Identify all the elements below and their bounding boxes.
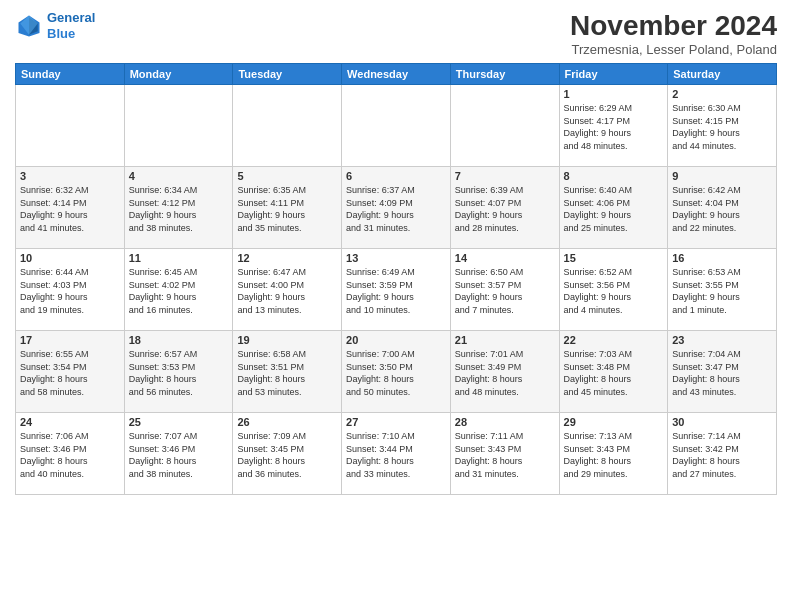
day-cell: 20Sunrise: 7:00 AM Sunset: 3:50 PM Dayli… [342,331,451,413]
day-number: 5 [237,170,337,182]
day-cell [124,85,233,167]
day-number: 28 [455,416,555,428]
day-cell [16,85,125,167]
header-cell-friday: Friday [559,64,668,85]
day-number: 11 [129,252,229,264]
day-info: Sunrise: 6:35 AM Sunset: 4:11 PM Dayligh… [237,184,337,234]
day-cell: 11Sunrise: 6:45 AM Sunset: 4:02 PM Dayli… [124,249,233,331]
day-cell: 25Sunrise: 7:07 AM Sunset: 3:46 PM Dayli… [124,413,233,495]
day-number: 10 [20,252,120,264]
day-number: 24 [20,416,120,428]
day-info: Sunrise: 7:14 AM Sunset: 3:42 PM Dayligh… [672,430,772,480]
day-number: 22 [564,334,664,346]
day-number: 29 [564,416,664,428]
day-info: Sunrise: 6:45 AM Sunset: 4:02 PM Dayligh… [129,266,229,316]
day-info: Sunrise: 7:06 AM Sunset: 3:46 PM Dayligh… [20,430,120,480]
page: General Blue November 2024 Trzemesnia, L… [0,0,792,612]
day-number: 26 [237,416,337,428]
week-row-5: 24Sunrise: 7:06 AM Sunset: 3:46 PM Dayli… [16,413,777,495]
day-info: Sunrise: 6:29 AM Sunset: 4:17 PM Dayligh… [564,102,664,152]
calendar-table: SundayMondayTuesdayWednesdayThursdayFrid… [15,63,777,495]
day-info: Sunrise: 7:03 AM Sunset: 3:48 PM Dayligh… [564,348,664,398]
day-info: Sunrise: 6:30 AM Sunset: 4:15 PM Dayligh… [672,102,772,152]
day-cell: 27Sunrise: 7:10 AM Sunset: 3:44 PM Dayli… [342,413,451,495]
day-number: 18 [129,334,229,346]
day-info: Sunrise: 6:40 AM Sunset: 4:06 PM Dayligh… [564,184,664,234]
day-number: 9 [672,170,772,182]
day-cell: 21Sunrise: 7:01 AM Sunset: 3:49 PM Dayli… [450,331,559,413]
day-number: 12 [237,252,337,264]
day-info: Sunrise: 6:42 AM Sunset: 4:04 PM Dayligh… [672,184,772,234]
day-number: 13 [346,252,446,264]
day-cell: 28Sunrise: 7:11 AM Sunset: 3:43 PM Dayli… [450,413,559,495]
header-cell-thursday: Thursday [450,64,559,85]
week-row-4: 17Sunrise: 6:55 AM Sunset: 3:54 PM Dayli… [16,331,777,413]
header-cell-monday: Monday [124,64,233,85]
day-info: Sunrise: 6:52 AM Sunset: 3:56 PM Dayligh… [564,266,664,316]
day-cell: 2Sunrise: 6:30 AM Sunset: 4:15 PM Daylig… [668,85,777,167]
day-info: Sunrise: 7:01 AM Sunset: 3:49 PM Dayligh… [455,348,555,398]
day-cell: 30Sunrise: 7:14 AM Sunset: 3:42 PM Dayli… [668,413,777,495]
day-number: 21 [455,334,555,346]
day-cell [450,85,559,167]
day-number: 20 [346,334,446,346]
day-number: 15 [564,252,664,264]
month-title: November 2024 [570,10,777,42]
day-number: 25 [129,416,229,428]
day-number: 27 [346,416,446,428]
header-cell-saturday: Saturday [668,64,777,85]
day-number: 6 [346,170,446,182]
day-cell [233,85,342,167]
day-info: Sunrise: 6:39 AM Sunset: 4:07 PM Dayligh… [455,184,555,234]
day-info: Sunrise: 7:07 AM Sunset: 3:46 PM Dayligh… [129,430,229,480]
day-cell: 16Sunrise: 6:53 AM Sunset: 3:55 PM Dayli… [668,249,777,331]
logo: General Blue [15,10,95,41]
day-cell: 14Sunrise: 6:50 AM Sunset: 3:57 PM Dayli… [450,249,559,331]
day-info: Sunrise: 6:34 AM Sunset: 4:12 PM Dayligh… [129,184,229,234]
day-info: Sunrise: 6:57 AM Sunset: 3:53 PM Dayligh… [129,348,229,398]
header-row: SundayMondayTuesdayWednesdayThursdayFrid… [16,64,777,85]
day-number: 3 [20,170,120,182]
day-cell: 18Sunrise: 6:57 AM Sunset: 3:53 PM Dayli… [124,331,233,413]
day-cell: 1Sunrise: 6:29 AM Sunset: 4:17 PM Daylig… [559,85,668,167]
week-row-3: 10Sunrise: 6:44 AM Sunset: 4:03 PM Dayli… [16,249,777,331]
day-cell: 10Sunrise: 6:44 AM Sunset: 4:03 PM Dayli… [16,249,125,331]
week-row-1: 1Sunrise: 6:29 AM Sunset: 4:17 PM Daylig… [16,85,777,167]
day-info: Sunrise: 6:55 AM Sunset: 3:54 PM Dayligh… [20,348,120,398]
day-number: 16 [672,252,772,264]
day-cell: 9Sunrise: 6:42 AM Sunset: 4:04 PM Daylig… [668,167,777,249]
day-info: Sunrise: 7:04 AM Sunset: 3:47 PM Dayligh… [672,348,772,398]
logo-icon [15,12,43,40]
day-cell: 5Sunrise: 6:35 AM Sunset: 4:11 PM Daylig… [233,167,342,249]
day-number: 17 [20,334,120,346]
day-number: 23 [672,334,772,346]
day-number: 14 [455,252,555,264]
day-cell: 3Sunrise: 6:32 AM Sunset: 4:14 PM Daylig… [16,167,125,249]
logo-blue: Blue [47,26,75,41]
header-cell-wednesday: Wednesday [342,64,451,85]
day-info: Sunrise: 7:09 AM Sunset: 3:45 PM Dayligh… [237,430,337,480]
header-cell-tuesday: Tuesday [233,64,342,85]
day-number: 8 [564,170,664,182]
header-cell-sunday: Sunday [16,64,125,85]
day-info: Sunrise: 7:11 AM Sunset: 3:43 PM Dayligh… [455,430,555,480]
day-info: Sunrise: 6:44 AM Sunset: 4:03 PM Dayligh… [20,266,120,316]
day-cell: 12Sunrise: 6:47 AM Sunset: 4:00 PM Dayli… [233,249,342,331]
day-info: Sunrise: 6:50 AM Sunset: 3:57 PM Dayligh… [455,266,555,316]
day-number: 2 [672,88,772,100]
day-cell: 29Sunrise: 7:13 AM Sunset: 3:43 PM Dayli… [559,413,668,495]
day-number: 4 [129,170,229,182]
calendar-header: SundayMondayTuesdayWednesdayThursdayFrid… [16,64,777,85]
day-number: 30 [672,416,772,428]
day-number: 1 [564,88,664,100]
day-info: Sunrise: 6:53 AM Sunset: 3:55 PM Dayligh… [672,266,772,316]
day-cell: 15Sunrise: 6:52 AM Sunset: 3:56 PM Dayli… [559,249,668,331]
day-number: 19 [237,334,337,346]
logo-general: General [47,10,95,25]
day-cell: 7Sunrise: 6:39 AM Sunset: 4:07 PM Daylig… [450,167,559,249]
day-info: Sunrise: 7:13 AM Sunset: 3:43 PM Dayligh… [564,430,664,480]
day-cell: 19Sunrise: 6:58 AM Sunset: 3:51 PM Dayli… [233,331,342,413]
day-cell: 26Sunrise: 7:09 AM Sunset: 3:45 PM Dayli… [233,413,342,495]
calendar-body: 1Sunrise: 6:29 AM Sunset: 4:17 PM Daylig… [16,85,777,495]
day-cell: 17Sunrise: 6:55 AM Sunset: 3:54 PM Dayli… [16,331,125,413]
